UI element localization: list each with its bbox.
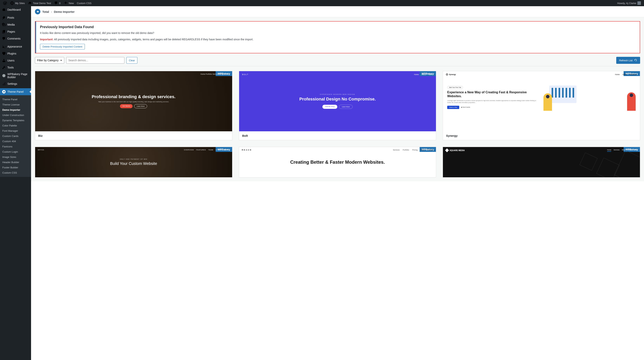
thumb-price: ONLY ONE PAYMENT OF $59 [120,158,147,160]
delete-imported-button[interactable]: Delete Previously Imported Content [40,44,85,49]
breadcrumb: Total › Demo Importer [31,6,644,17]
notice-inner: Previously Imported Data Found It looks … [35,21,640,53]
custom-css-label: Custom CSS [77,2,92,5]
new-content[interactable]: New [62,0,75,6]
theme-panel-submenu: Theme Panel Theme License Demo Importer … [0,95,31,177]
thumb-hero: Professional Design No Compromise. [299,97,376,102]
thumb-nav: TEAM [208,149,213,151]
media-icon [2,23,6,26]
brand-badge [35,9,40,14]
important-label: Important: [40,38,54,41]
menu-wpbakery-label: WPBakery Page Builder [8,72,29,79]
demo-thumb: WPBakery BRYCE.OVERVIEWFEATURESTEAMSTORE… [35,147,232,177]
thumb-nav: BLOG [224,149,229,151]
demo-card-biz[interactable]: WPBakery Home Portfolio Services Blog Co… [35,71,232,140]
new-content-label: New [69,2,74,5]
menu-theme-panel[interactable]: Theme Panel [0,88,31,95]
sub-header-builder[interactable]: Header Builder [0,160,31,165]
menu-comments-label: Comments [8,37,20,40]
plugin-icon [2,52,6,55]
thumb-nav: Contact [427,149,433,151]
custom-css-link[interactable]: Custom CSS [75,0,93,6]
demo-title: Biz [35,131,232,140]
menu-pages[interactable]: Pages [0,28,31,35]
brush-icon [2,45,6,48]
menu-users[interactable]: Users [0,57,31,64]
svg-point-0 [2,74,6,77]
menu-users-label: Users [8,59,14,62]
thumb-hero: Professional branding & design services. [92,94,176,99]
menu-dashboard-label: Dashboard [8,8,21,11]
filter-category-select[interactable]: Filter by Category [35,57,64,64]
pin-icon [2,16,6,19]
user-greeting[interactable]: Howdy, Aj Clarke [616,0,642,6]
thumb-btn: Get Started [120,104,132,108]
sub-custom-css[interactable]: Custom CSS [0,170,31,175]
sub-custom-login[interactable]: Custom Login [0,149,31,154]
thumb-btn: Visit the Shop [322,105,337,109]
menu-media-label: Media [8,23,15,26]
sub-font-manager[interactable]: Font Manager [0,128,31,133]
menu-appearance[interactable]: Appearance [0,43,31,50]
crumb-root[interactable]: Total [42,10,49,13]
menu-plugins[interactable]: Plugins [0,50,31,57]
wp-logo[interactable] [2,0,8,6]
thumb-nav: STORE [216,149,222,151]
menu-settings-label: Settings [8,82,17,85]
clear-button[interactable]: Clear [126,57,138,64]
menu-posts-label: Posts [8,16,14,19]
admin-sidebar: Dashboard Posts Media Pages Comments App… [0,6,31,360]
menu-settings[interactable]: Settings [0,80,31,87]
menu-tools-label: Tools [8,66,14,69]
menu-posts[interactable]: Posts [0,14,31,21]
demo-card-reach[interactable]: WPBakery REACHServicesPortfolioPricingBl… [239,147,436,177]
sub-favicons[interactable]: Favicons [0,144,31,149]
refresh-list-button[interactable]: Refresh List [616,57,640,64]
menu-wpbakery[interactable]: WPBakery Page Builder [0,71,31,80]
menu-dashboard[interactable]: Dashboard [0,6,31,13]
thumb-hero: Creating Better & Faster Modern Websites… [290,159,385,165]
sub-theme-panel[interactable]: Theme Panel [0,97,31,102]
sub-license[interactable]: Theme License [0,102,31,107]
sub-custom-404[interactable]: Custom 404 [0,139,31,144]
site-name[interactable]: Total Demo Test [26,0,52,6]
avatar [638,1,641,5]
thumb-nav: Home [607,149,611,152]
wpbakery-icon [2,74,6,78]
thumb-nav: Store [429,73,433,75]
wordpress-icon [3,1,7,5]
demo-card-square[interactable]: WPBakery SQUARE MEDIAHomeServicesWorkTea… [443,147,640,177]
sub-color-palette[interactable]: Color Palette [0,123,31,128]
thumb-nav: Home Portfolio Services Blog Contact [200,73,230,75]
demo-title: Synergy [443,131,640,140]
sub-footer-builder[interactable]: Footer Builder [0,165,31,170]
thumb-hero: Experience a New Way of Creating Fast & … [447,90,540,98]
sub-image-sizes[interactable]: Image Sizes [0,154,31,160]
demo-card-bolt[interactable]: WPBakery B O L THomeAboutStore EXPERIENC… [239,71,436,140]
menu-comments[interactable]: Comments [0,35,31,42]
demo-card-bryce[interactable]: WPBakery BRYCE.OVERVIEWFEATURESTEAMSTORE… [35,147,232,177]
thumb-pre: EXPERIENCE MODERN WEB DESIGN [320,94,355,95]
menu-media[interactable]: Media [0,21,31,28]
plus-icon [64,1,68,5]
my-sites[interactable]: My Sites [8,0,26,6]
sliders-icon [2,82,6,86]
dashboard-icon [2,8,6,12]
thumb-pill: Start Your Free Trial [447,86,463,89]
search-input[interactable] [66,57,124,64]
chevron-right-icon: › [51,10,52,13]
admin-bar-right: Howdy, Aj Clarke [616,0,642,6]
thumb-btn: Select a Plan [447,106,459,109]
page-icon [2,30,6,33]
comments-count[interactable]: 0 [52,0,62,6]
site-name-label: Total Demo Test [33,2,51,5]
sub-dynamic-templates[interactable]: Dynamic Templates [0,118,31,123]
sub-demo-importer[interactable]: Demo Importer [0,107,31,112]
thumb-logo: Synergy [449,73,456,75]
menu-tools[interactable]: Tools [0,64,31,71]
sub-custom-cards[interactable]: Custom Cards [0,133,31,139]
menu-appearance-label: Appearance [8,45,22,48]
demo-card-synergy[interactable]: WPBakery SynergyHomeAboutSolutions Start… [443,71,640,140]
important-text: All previously imported data including i… [54,38,253,41]
sub-construction[interactable]: Under Construction [0,112,31,118]
